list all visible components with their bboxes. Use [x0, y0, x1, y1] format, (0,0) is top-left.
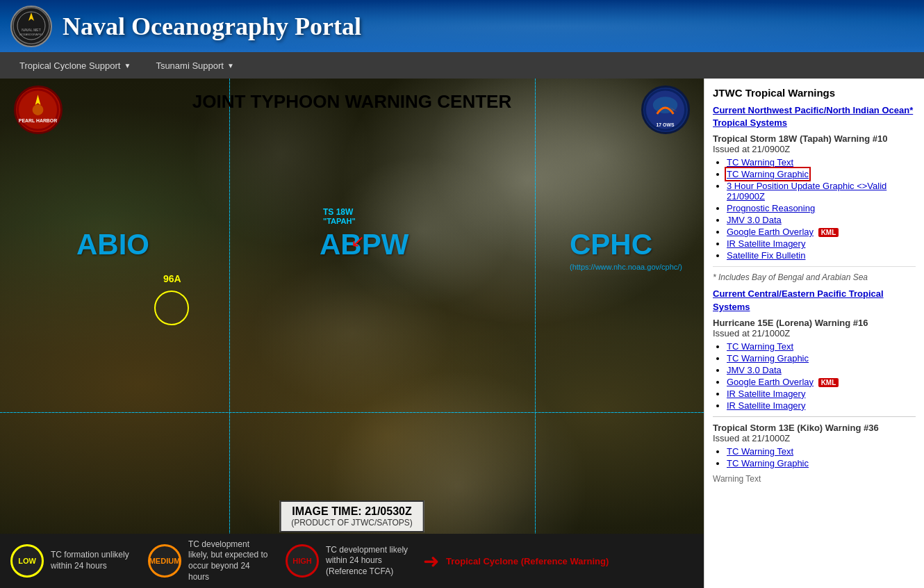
sidebar-nwpacific-link[interactable]: Current Northwest Pacific/North Indian O… [713, 104, 916, 129]
image-time-sub: (PRODUCT OF JTWC/SATOPS) [291, 518, 413, 528]
storm1-link-6: Google Earth Overlay KML [727, 227, 916, 237]
legend-medium-text: TC development likely, but expected to o… [188, 539, 272, 582]
page-header: NAVAL MET OCEANOGRAPHY Naval Oceanograph… [0, 0, 924, 52]
storm2-name: Hurricane 15E (Lorena) Warning #16 Issue… [713, 318, 916, 338]
tc-warning-graphic-link[interactable]: TC Warning Graphic [727, 169, 809, 179]
nav-tropical-cyclone[interactable]: Tropical Cyclone Support ▼ [7, 52, 143, 79]
legend-medium: MEDIUM TC development likely, but expect… [148, 539, 272, 582]
svg-point-7 [33, 104, 44, 115]
storm2-tc-warning-graphic[interactable]: TC Warning Graphic [727, 353, 809, 364]
ir-satellite-link[interactable]: IR Satellite Imagery [727, 238, 805, 249]
storm-arrow: ↙ [351, 231, 365, 251]
legend-low-circle: LOW [10, 544, 44, 578]
storm-ts18w-label: TS 18W "TAPAH" [323, 207, 356, 225]
storm3-name: Tropical Storm 13E (Kiko) Warning #36 Is… [713, 423, 916, 443]
satellite-fix-link[interactable]: Satellite Fix Bulletin [727, 250, 805, 261]
dropdown-arrow-1: ▼ [124, 62, 131, 70]
image-time-title: IMAGE TIME: 21/0530Z [291, 505, 413, 518]
position-update-link[interactable]: 3 Hour Position Update Graphic <>Valid 2… [727, 181, 886, 202]
bay-of-bengal-note: * Includes Bay of Bengal and Arabian Sea [713, 266, 916, 282]
circle-96a [154, 291, 189, 325]
map-section: PEARL HARBOR 17 OWS JOINT TYPHOON WARNIN… [0, 79, 704, 588]
grid-v2 [535, 79, 536, 588]
legend-tc-text: Tropical Cyclone (Reference Warning) [446, 556, 609, 566]
legend-bar: LOW TC formation unlikely within 24 hour… [0, 534, 704, 588]
portal-title: Naval Oceanography Portal [63, 12, 361, 41]
storm2-link-5: IR Satellite Imagery [727, 389, 916, 399]
svg-text:OCEANOGRAPHY: OCEANOGRAPHY [19, 33, 43, 36]
region-abio: ABIO [76, 228, 149, 261]
storm1-link-2: TC Warning Graphic [727, 169, 916, 179]
sidebar-title: JTWC Tropical Warnings [713, 87, 916, 99]
storm2-google-earth[interactable]: Google Earth Overlay [727, 377, 814, 387]
storm1-link-1: TC Warning Text [727, 157, 916, 168]
warning-text-label: Warning Text [713, 474, 916, 484]
svg-text:17 OWS: 17 OWS [657, 122, 675, 126]
navbar: Tropical Cyclone Support ▼ Tsunami Suppo… [0, 52, 924, 79]
storm2-link-2: TC Warning Graphic [727, 353, 916, 364]
image-time-box: IMAGE TIME: 21/0530Z (PRODUCT OF JTWC/SA… [279, 500, 424, 532]
dropdown-arrow-2: ▼ [227, 62, 234, 70]
label-96a: 96A [163, 273, 181, 284]
storm1-links: TC Warning Text TC Warning Graphic 3 Hou… [713, 157, 916, 261]
kml-badge-2: KML [818, 378, 839, 387]
sidebar: JTWC Tropical Warnings Current Northwest… [704, 79, 924, 588]
cphc-note: (https://www.nhc.noaa.gov/cphc/) [570, 263, 682, 271]
central-eastern-link[interactable]: Current Central/Eastern Pacific Tropical… [713, 288, 916, 313]
google-earth-link[interactable]: Google Earth Overlay [727, 227, 814, 237]
main-container: PEARL HARBOR 17 OWS JOINT TYPHOON WARNIN… [0, 79, 924, 588]
header-logo-left: NAVAL MET OCEANOGRAPHY [10, 6, 52, 47]
storm3-links: TC Warning Text TC Warning Graphic [713, 446, 916, 468]
jmv-data-link[interactable]: JMV 3.0 Data [727, 215, 782, 225]
legend-medium-circle: MEDIUM [148, 544, 181, 578]
legend-arrow-icon: ➜ [423, 550, 439, 573]
storm1-link-5: JMV 3.0 Data [727, 215, 916, 225]
legend-low: LOW TC formation unlikely within 24 hour… [10, 544, 134, 578]
storm3-tc-warning-graphic[interactable]: TC Warning Graphic [727, 458, 809, 468]
legend-low-text: TC formation unlikely within 24 hours [51, 550, 134, 571]
region-cphc: CPHC [570, 228, 652, 261]
kml-badge-1: KML [818, 228, 839, 237]
storm3-link-1: TC Warning Text [727, 446, 916, 457]
storm1-link-3: 3 Hour Position Update Graphic <>Valid 2… [727, 181, 916, 202]
sidebar-divider-1 [713, 416, 916, 417]
svg-text:PEARL HARBOR: PEARL HARBOR [19, 117, 57, 122]
storm3-link-2: TC Warning Graphic [727, 458, 916, 468]
legend-arrow-section: ➜ Tropical Cyclone (Reference Warning) [423, 550, 609, 573]
storm1-link-4: Prognostic Reasoning [727, 203, 916, 213]
legend-high: HIGH TC development likely within 24 hou… [286, 544, 409, 578]
storm2-ir-satellite-2[interactable]: IR Satellite Imagery [727, 400, 805, 411]
tc-warning-text-link[interactable]: TC Warning Text [727, 157, 793, 168]
jtwc-logo-right: 17 OWS [641, 85, 690, 134]
storm1-name: Tropical Storm 18W (Tapah) Warning #10 I… [713, 133, 916, 154]
svg-point-11 [653, 97, 677, 113]
storm2-link-4: Google Earth Overlay KML [727, 377, 916, 387]
grid-v1 [229, 79, 230, 588]
storm1-link-8: Satellite Fix Bulletin [727, 250, 916, 261]
prognostic-reasoning-link[interactable]: Prognostic Reasoning [727, 203, 815, 213]
storm2-jmv-data[interactable]: JMV 3.0 Data [727, 365, 782, 375]
storm1-link-7: IR Satellite Imagery [727, 238, 916, 249]
map-title: JOINT TYPHOON WARNING CENTER [192, 91, 511, 113]
storm2-link-6: IR Satellite Imagery [727, 400, 916, 411]
storm3-tc-warning-text[interactable]: TC Warning Text [727, 446, 793, 457]
storm2-tc-warning-text[interactable]: TC Warning Text [727, 341, 793, 352]
jtwc-logo-left: PEARL HARBOR [14, 85, 63, 134]
storm2-link-3: JMV 3.0 Data [727, 365, 916, 375]
storm2-ir-satellite-1[interactable]: IR Satellite Imagery [727, 389, 805, 399]
nav-tsunami[interactable]: Tsunami Support ▼ [143, 52, 246, 79]
storm2-links: TC Warning Text TC Warning Graphic JMV 3… [713, 341, 916, 411]
storm2-link-1: TC Warning Text [727, 341, 916, 352]
legend-high-circle: HIGH [286, 544, 319, 578]
legend-high-text: TC development likely within 24 hours (R… [326, 545, 409, 578]
svg-text:NAVAL MET: NAVAL MET [22, 28, 40, 32]
grid-h1 [0, 412, 704, 413]
